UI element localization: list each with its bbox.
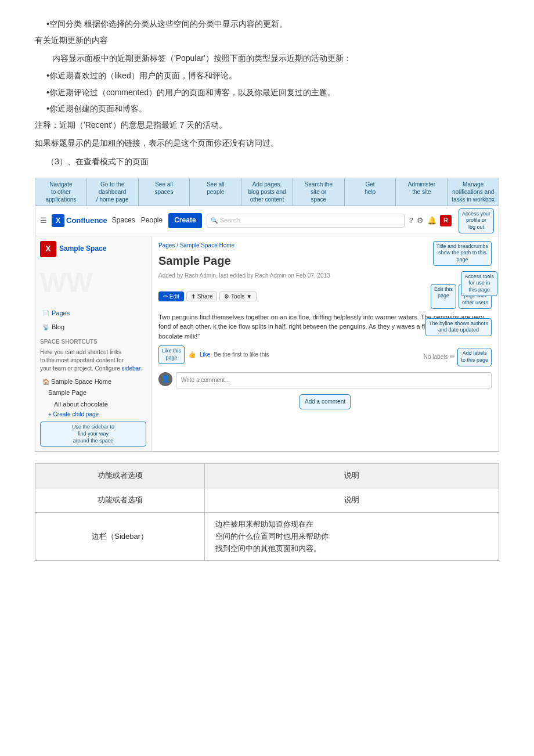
confluence-main: Pages / Sample Space Home Sample Page Ad… xyxy=(151,236,499,452)
edit-page-btn[interactable]: ✏ Edit xyxy=(158,291,184,301)
page-actions: ✏ Edit ⬆ Share ⚙ Tools ▼ Edit thispage S… xyxy=(158,284,492,309)
ww-watermark: WW xyxy=(40,261,146,305)
section-intro: 内容显示面板中的近期更新标签（'Popular'）按照下面的类型显示近期的活动更… xyxy=(52,52,499,64)
breadcrumb: Pages / Sample Space Home xyxy=(158,241,428,250)
sidebar-configure-link[interactable]: sidebar. xyxy=(122,365,142,372)
anno-notifications: Managenotifications andtasks in workbox xyxy=(448,178,499,206)
bullet-item-3: •你近期评论过（commented）的用户的页面和博客，以及你最近回复过的主题。 xyxy=(46,86,499,99)
anno-administer: Administerthe site xyxy=(396,178,448,206)
table-header-row: 功能或者选项 说明 xyxy=(35,464,499,488)
like-text[interactable]: Like xyxy=(200,350,210,359)
bell-icon[interactable]: 🔔 xyxy=(427,215,436,227)
comment-avatar: 👤 xyxy=(158,372,172,386)
edit-page-annotation: Edit thispage xyxy=(431,284,456,309)
tree-chocolate[interactable]: All about chocolate xyxy=(40,399,146,411)
shortcuts-text: Here you can add shortcut links to the m… xyxy=(40,348,146,373)
confluence-body: X Sample Space WW 📄 Pages 📡 Blog SPACE S… xyxy=(35,236,499,452)
sidebar-tree: 🏠 Sample Space Home Sample Page All abou… xyxy=(40,376,146,420)
add-comment-btn[interactable]: Add a comment xyxy=(300,394,351,409)
share-btn[interactable]: ⬆ Share xyxy=(186,291,217,301)
col2-header: 说明 xyxy=(205,464,499,488)
note-2: 如果标题显示的是加粗的链接，表示的是这个页面你还没有访问过。 xyxy=(35,136,499,149)
confluence-diagram: Navigateto otherapplications Go to theda… xyxy=(35,178,499,452)
confluence-x-icon: X xyxy=(52,214,64,227)
bullet-item-4: •你近期创建的页面和博客。 xyxy=(46,102,499,115)
anno-spaces: See allspaces xyxy=(139,178,190,206)
anno-people: See allpeople xyxy=(190,178,241,206)
like-icon[interactable]: 👍 xyxy=(188,350,196,360)
search-box[interactable]: 🔍 Search xyxy=(207,214,405,228)
anno-navigate: Navigateto otherapplications xyxy=(35,178,87,206)
confluence-navbar: ☰ X Confluence Spaces People Create 🔍 Se… xyxy=(35,206,499,236)
avatar-icon[interactable]: R xyxy=(440,215,452,226)
no-labels-text: No labels xyxy=(424,352,448,362)
table-cell-0-1: 说明 xyxy=(205,488,499,513)
sidebar-blog[interactable]: 📡 Blog xyxy=(40,321,146,334)
settings-icon[interactable]: ⚙ xyxy=(417,215,424,227)
access-tools-annotation: Access toolsfor use inthis page xyxy=(461,271,497,296)
nav-spaces[interactable]: Spaces xyxy=(112,215,135,226)
table-cell-1-0: 边栏（Sidebar） xyxy=(35,513,205,561)
byline-annotation: The byline shows authorsand date updated xyxy=(425,318,492,336)
like-bar: Like thispage 👍 Like Be the first to lik… xyxy=(158,345,269,363)
confluence-sidebar: X Sample Space WW 📄 Pages 📡 Blog SPACE S… xyxy=(35,236,151,452)
sidebar-pages[interactable]: 📄 Pages xyxy=(40,307,146,320)
table-row-1: 边栏（Sidebar） 边栏被用来帮助知道你现在在 空间的什么位置同时也用来帮助… xyxy=(35,513,499,561)
confluence-logo[interactable]: X Confluence xyxy=(52,214,107,227)
space-icon: X xyxy=(40,241,56,257)
anno-add-pages: Add pages,blog posts andother content xyxy=(241,178,293,206)
page-title: Sample Page xyxy=(158,251,428,270)
anno-search: Search thesite orspace xyxy=(293,178,345,206)
tree-sample-page[interactable]: Sample Page xyxy=(40,387,146,399)
tree-add-child[interactable]: + Create child page xyxy=(40,410,146,419)
table-cell-1-1: 边栏被用来帮助知道你现在在 空间的什么位置同时也用来帮助你 找到空间中的其他页面… xyxy=(205,513,499,561)
edit-labels-icon[interactable]: ✏ xyxy=(450,352,455,362)
like-first-text: Be the first to like this xyxy=(214,350,269,359)
tree-home[interactable]: 🏠 Sample Space Home xyxy=(40,376,146,388)
table-cell-0-0: 功能或者选项 xyxy=(35,488,205,513)
features-table: 功能或者选项 说明 功能或者选项 说明 边栏（Sidebar） 边栏被用来帮助知… xyxy=(35,463,499,561)
access-profile-annotation: Access yourprofile orlog out xyxy=(459,208,494,233)
space-header: X Sample Space xyxy=(40,241,146,257)
nav-icons: ? ⚙ 🔔 R xyxy=(409,215,452,227)
nav-people[interactable]: People xyxy=(141,215,163,226)
like-page-annotation: Like thispage xyxy=(158,345,185,363)
section3-heading: （3）、在查看模式下的页面 xyxy=(35,155,499,168)
comment-input[interactable] xyxy=(176,372,492,388)
note-1: 注释：近期（'Recent'）的意思是指最近 7 天的活动。 xyxy=(35,118,499,131)
nav-create-btn[interactable]: Create xyxy=(168,213,201,228)
bullet-item-1: •空间分类 根据你选择的分类从这些空间的分类中显示内容的更新。 xyxy=(46,17,499,30)
table-row-0: 功能或者选项 说明 xyxy=(35,488,499,513)
comment-box: 👤 xyxy=(158,372,492,388)
help-icon[interactable]: ? xyxy=(409,215,413,227)
add-labels-annotation: Add labelsto this page xyxy=(457,348,492,366)
anno-help: Gethelp xyxy=(345,178,396,206)
bullet-item-2: •你近期喜欢过的（liked）用户的页面，博客和评论。 xyxy=(46,69,499,82)
annotation-bar: Navigateto otherapplications Go to theda… xyxy=(35,178,499,206)
page-byline: Added by Rach Admin, last edited by Rach… xyxy=(158,271,428,280)
hamburger-icon[interactable]: ☰ xyxy=(40,215,47,227)
page-content-area: Two penguins find themselves together on… xyxy=(158,312,492,341)
anno-dashboard: Go to thedashboard/ home page xyxy=(87,178,139,206)
title-annotation: Title and breadcrumbsshow the path to th… xyxy=(433,241,492,266)
shortcuts-label: SPACE SHORTCUTS xyxy=(40,337,146,347)
page-content: •空间分类 根据你选择的分类从这些空间的分类中显示内容的更新。 有关近期更新的内… xyxy=(35,17,499,561)
section-heading-recent: 有关近期更新的内容 xyxy=(35,34,499,46)
col1-header: 功能或者选项 xyxy=(35,464,205,488)
sidebar-annotation: Use the sidebar tofind your wayaround th… xyxy=(40,422,146,447)
nav-links: Spaces People Create xyxy=(112,213,202,228)
tools-btn[interactable]: ⚙ Tools ▼ xyxy=(219,291,257,301)
